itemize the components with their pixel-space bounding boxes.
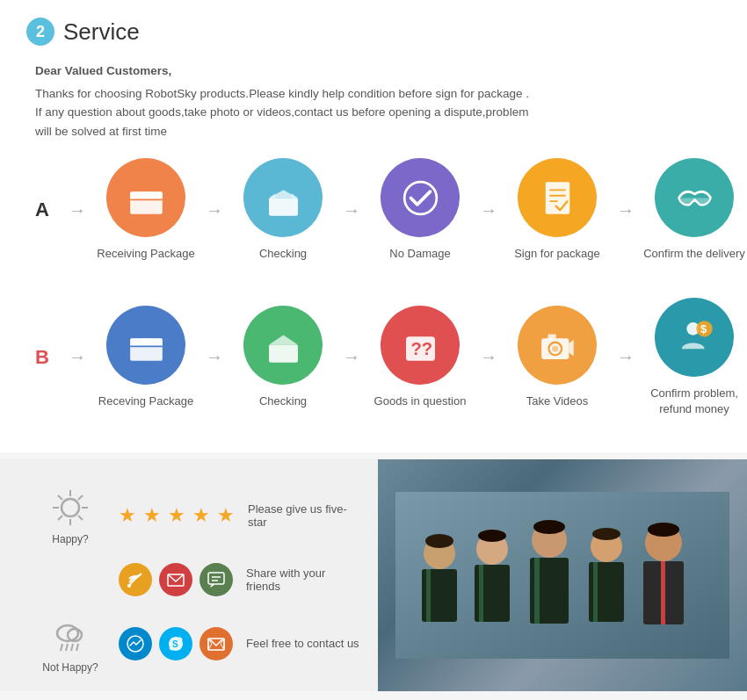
svg-marker-7 (291, 193, 297, 198)
svg-rect-61 (479, 565, 483, 622)
five-star-text: Please give us five-star (248, 502, 360, 529)
svg-point-71 (425, 534, 453, 548)
svg-rect-4 (269, 198, 298, 215)
svg-rect-16 (141, 338, 151, 344)
svg-line-37 (58, 516, 62, 520)
intro-body: Thanks for choosing RobotSky products.Pl… (35, 84, 721, 141)
svg-rect-70 (661, 561, 665, 624)
bottom-section: Happy? ★ ★ ★ ★ ★ Please give us five-sta… (0, 459, 747, 691)
star4: ★ (192, 504, 210, 527)
photo-placeholder (378, 459, 747, 691)
not-happy-row: Not Happy? S (35, 614, 360, 674)
svg-rect-40 (208, 573, 224, 584)
svg-rect-17 (269, 345, 298, 363)
flow-row-a: A → Receiving Package (35, 158, 721, 262)
flow-circle-b3: ?? (381, 306, 460, 385)
section-number: 2 (26, 18, 54, 46)
flow-item-b4: Take Videos (504, 306, 610, 409)
flow-caption-b4: Take Videos (526, 393, 589, 409)
flow-caption-a1: Receiving Package (97, 246, 194, 262)
flow-circle-b5: $ (655, 298, 734, 377)
flow-circle-a5 (655, 158, 734, 237)
contact-text: Feel free to contact us (246, 637, 360, 650)
share-text: Share with your friends (246, 566, 360, 593)
svg-line-48 (71, 644, 73, 651)
svg-line-35 (78, 516, 83, 520)
flow-label-a: A (35, 198, 62, 221)
flow-caption-a4: Sign for package (514, 246, 600, 262)
flow-circle-a1 (106, 158, 185, 237)
svg-point-74 (592, 528, 620, 540)
flow-item-a2: Checking (230, 158, 336, 262)
chat-icon (199, 563, 233, 596)
arrow-a3: → (480, 200, 497, 220)
flow-caption-b3: Goods in question (374, 393, 467, 409)
flow-caption-b5: Confirm problem,refund money (650, 386, 738, 417)
svg-point-8 (404, 182, 437, 214)
star3: ★ (168, 504, 185, 527)
svg-text:$: $ (700, 322, 706, 336)
arrow-a0: → (69, 200, 86, 220)
greeting: Dear Valued Customers, (35, 61, 721, 81)
contact-icons-col: S (119, 627, 233, 660)
staff-photo (395, 492, 729, 659)
svg-line-46 (61, 644, 62, 651)
contact-email-icon (199, 627, 233, 660)
arrow-b4: → (617, 347, 635, 367)
not-happy-label: Not Happy? (42, 661, 98, 674)
rain-icon (48, 614, 92, 658)
svg-line-47 (66, 644, 68, 651)
flow-item-a3: No Damage (367, 158, 473, 262)
flow-circle-b1 (106, 306, 185, 385)
flow-label-b: B (35, 346, 62, 369)
flow-item-b3: ?? Goods in question (367, 306, 473, 409)
arrow-b0: → (69, 347, 86, 367)
email-icon (159, 563, 192, 596)
svg-line-36 (78, 495, 83, 500)
signal-icon (119, 563, 152, 596)
svg-point-75 (648, 523, 679, 537)
bottom-left: Happy? ★ ★ ★ ★ ★ Please give us five-sta… (0, 459, 378, 691)
flow-circle-a2 (243, 158, 323, 237)
arrow-a2: → (343, 200, 360, 220)
stars-col: ★ ★ ★ ★ ★ (119, 504, 235, 527)
happy-label: Happy? (52, 533, 88, 545)
main-container: 2 Service Dear Valued Customers, Thanks … (0, 0, 747, 691)
flow-caption-b2: Checking (259, 393, 307, 409)
svg-point-73 (533, 520, 565, 534)
svg-marker-6 (269, 193, 275, 198)
flow-caption-a3: No Damage (389, 246, 450, 262)
arrow-b3: → (480, 347, 497, 367)
flow-circle-b2 (243, 306, 323, 385)
share-icons-col (119, 563, 233, 596)
service-section: 2 Service Dear Valued Customers, Thanks … (0, 0, 747, 452)
bottom-right-photo (378, 459, 747, 691)
flow-circle-b4 (518, 306, 597, 385)
flow-item-a1: Receiving Package (93, 158, 199, 262)
arrow-a1: → (206, 200, 223, 220)
flow-item-a5: Confirm the delivery (642, 158, 747, 262)
sun-icon (48, 486, 92, 530)
flow-circle-a4 (518, 158, 597, 237)
flow-rows-container: A → Receiving Package (26, 158, 721, 417)
messenger-icon (119, 627, 152, 660)
svg-text:??: ?? (410, 340, 432, 359)
skype-icon: S (159, 627, 192, 660)
svg-rect-64 (534, 558, 540, 624)
not-happy-col: Not Happy? (35, 614, 105, 674)
star5: ★ (217, 504, 235, 527)
flow-caption-b1: Receving Package (98, 393, 193, 409)
section-title: Service (63, 18, 140, 46)
svg-line-34 (58, 495, 62, 500)
svg-point-29 (62, 499, 79, 516)
svg-rect-3 (141, 191, 151, 198)
svg-rect-67 (593, 562, 598, 622)
flow-row-b: B → Receving Package → (35, 298, 721, 417)
arrow-b1: → (206, 347, 223, 367)
arrow-b2: → (343, 347, 360, 367)
flow-item-b1: Receving Package (93, 306, 199, 409)
section-header: 2 Service (26, 18, 721, 46)
star1: ★ (119, 504, 136, 527)
arrow-a4: → (617, 200, 635, 220)
flow-caption-a2: Checking (259, 246, 307, 262)
